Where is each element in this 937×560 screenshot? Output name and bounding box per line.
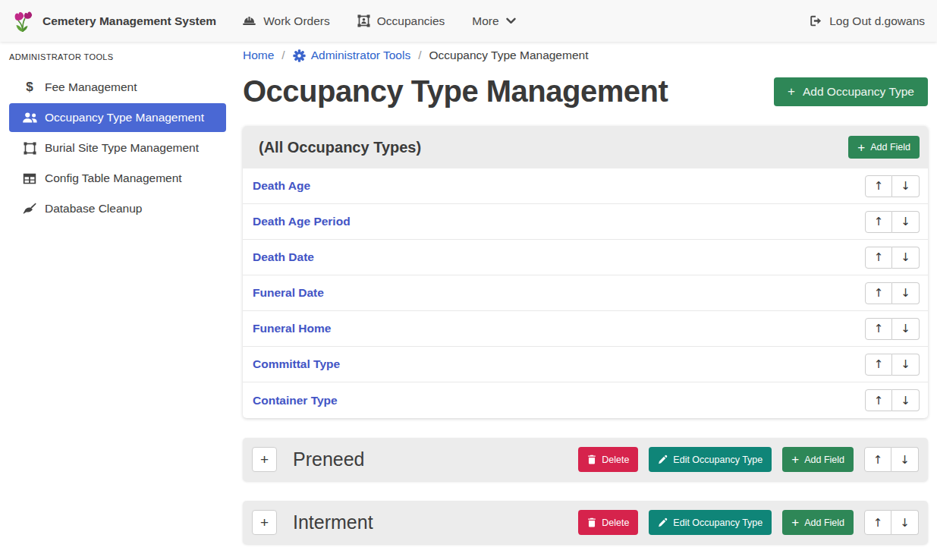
reorder-group: ↑ ↓: [865, 318, 920, 340]
delete-label: Delete: [602, 518, 629, 528]
vector-square-icon: [21, 142, 38, 155]
move-down-button[interactable]: ↓: [892, 389, 920, 411]
field-link-committal-type[interactable]: Committal Type: [253, 357, 340, 371]
reorder-group: ↑ ↓: [864, 447, 919, 472]
logout-button[interactable]: Log Out d.gowans: [810, 14, 925, 28]
field-row: Committal Type ↑ ↓: [243, 347, 928, 382]
breadcrumb-admin-tools-label: Administrator Tools: [311, 49, 411, 62]
add-field-label: Add Field: [804, 518, 844, 528]
section-actions: Delete Edit Occupancy Type + Add Field ↑: [578, 510, 919, 535]
trash-icon: [587, 455, 596, 464]
chevron-down-icon: [506, 17, 516, 24]
breadcrumb-admin-tools-link[interactable]: Administrator Tools: [293, 49, 411, 62]
reorder-group: ↑ ↓: [865, 354, 920, 376]
edit-occupancy-type-label: Edit Occupancy Type: [673, 455, 762, 465]
sidebar-item-label: Burial Site Type Management: [45, 141, 199, 155]
plus-icon: +: [791, 453, 799, 466]
all-occupancy-types-card: (All Occupancy Types) + Add Field Death …: [243, 126, 928, 418]
nav-occupancies-label: Occupancies: [377, 14, 445, 28]
field-link-death-date[interactable]: Death Date: [253, 250, 314, 264]
occupancy-type-section-preneed: + Preneed Delete: [243, 438, 928, 481]
field-link-death-age-period[interactable]: Death Age Period: [253, 215, 351, 228]
move-down-button[interactable]: ↓: [892, 211, 920, 233]
move-down-button[interactable]: ↓: [892, 282, 920, 304]
breadcrumb-separator: /: [281, 49, 285, 62]
logout-label: Log Out d.gowans: [829, 14, 925, 28]
delete-button[interactable]: Delete: [578, 447, 638, 472]
nav-occupancies[interactable]: Occupancies: [357, 14, 445, 28]
edit-occupancy-type-button[interactable]: Edit Occupancy Type: [649, 447, 772, 472]
move-down-button[interactable]: ↓: [892, 354, 920, 376]
sidebar-item-label: Fee Management: [45, 80, 137, 94]
field-link-death-age[interactable]: Death Age: [253, 179, 310, 193]
breadcrumb-current: Occupancy Type Management: [429, 49, 589, 62]
add-field-label: Add Field: [804, 455, 844, 465]
move-up-button[interactable]: ↑: [864, 510, 891, 535]
move-up-button[interactable]: ↑: [864, 447, 891, 472]
section-title: Preneed: [293, 448, 365, 470]
move-down-button[interactable]: ↓: [891, 510, 919, 535]
move-down-button[interactable]: ↓: [892, 175, 920, 197]
main-nav: Work Orders Occupancies More: [242, 14, 516, 28]
dollar-icon: $: [21, 80, 38, 95]
plus-icon: +: [788, 85, 795, 98]
sidebar-item-label: Config Table Management: [45, 171, 182, 185]
reorder-group: ↑ ↓: [865, 211, 920, 233]
edit-occupancy-type-button[interactable]: Edit Occupancy Type: [649, 510, 772, 535]
expand-button[interactable]: +: [252, 510, 277, 535]
reorder-group: ↑ ↓: [865, 389, 920, 411]
breadcrumb: Home / Administrator Tool: [243, 49, 928, 62]
users-icon: [21, 112, 38, 123]
move-up-button[interactable]: ↑: [865, 282, 892, 304]
sidebar-item-fee-management[interactable]: $ Fee Management: [9, 73, 226, 102]
breadcrumb-separator: /: [418, 49, 421, 62]
expand-button[interactable]: +: [252, 447, 277, 472]
sidebar-item-database-cleanup[interactable]: Database Cleanup: [9, 194, 226, 223]
add-occupancy-type-button[interactable]: + Add Occupancy Type: [774, 77, 928, 106]
add-field-button[interactable]: + Add Field: [848, 136, 920, 159]
add-field-label: Add Field: [870, 142, 910, 153]
sidebar: ADMINISTRATOR TOOLS $ Fee Management Occ…: [0, 42, 235, 560]
sidebar-item-occupancy-type-management[interactable]: Occupancy Type Management: [9, 103, 226, 132]
section-title: Interment: [293, 511, 373, 533]
sidebar-item-label: Occupancy Type Management: [45, 111, 204, 124]
top-navbar: Cemetery Management System Work Orders: [0, 0, 937, 42]
sidebar-item-burial-site-type-management[interactable]: Burial Site Type Management: [9, 134, 226, 162]
move-up-button[interactable]: ↑: [865, 247, 892, 269]
edit-occupancy-type-label: Edit Occupancy Type: [673, 518, 762, 528]
move-down-button[interactable]: ↓: [891, 447, 919, 472]
field-link-funeral-home[interactable]: Funeral Home: [253, 322, 331, 335]
delete-button[interactable]: Delete: [578, 510, 638, 535]
section-actions: Delete Edit Occupancy Type + Add Field ↑: [578, 447, 919, 472]
move-up-button[interactable]: ↑: [865, 175, 892, 197]
move-up-button[interactable]: ↑: [865, 318, 892, 340]
sidebar-item-config-table-management[interactable]: Config Table Management: [9, 164, 226, 193]
move-up-button[interactable]: ↑: [865, 389, 892, 411]
move-down-button[interactable]: ↓: [892, 318, 920, 340]
add-field-button[interactable]: + Add Field: [782, 447, 854, 472]
page-title: Occupancy Type Management: [243, 74, 668, 109]
field-link-container-type[interactable]: Container Type: [253, 394, 338, 407]
title-row: Occupancy Type Management + Add Occupanc…: [243, 74, 928, 109]
move-up-button[interactable]: ↑: [865, 211, 892, 233]
plus-icon: +: [857, 141, 865, 154]
sidebar-item-label: Database Cleanup: [45, 202, 142, 216]
move-up-button[interactable]: ↑: [865, 354, 892, 376]
main-content: Home / Administrator Tool: [235, 42, 937, 560]
table-icon: [21, 173, 38, 184]
move-down-button[interactable]: ↓: [892, 247, 920, 269]
reorder-group: ↑ ↓: [865, 175, 920, 197]
nav-more[interactable]: More: [472, 14, 515, 28]
pencil-icon: [658, 518, 668, 527]
field-link-funeral-date[interactable]: Funeral Date: [253, 286, 324, 300]
nav-more-label: More: [472, 14, 498, 28]
reorder-group: ↑ ↓: [864, 510, 919, 535]
field-row: Death Age Period ↑ ↓: [243, 204, 928, 240]
broom-icon: [21, 203, 38, 215]
add-field-button[interactable]: + Add Field: [782, 510, 854, 535]
gear-icon: [293, 49, 306, 62]
breadcrumb-home-link[interactable]: Home: [243, 49, 274, 62]
nav-work-orders[interactable]: Work Orders: [242, 14, 330, 28]
pencil-icon: [658, 455, 668, 464]
field-row: Death Age ↑ ↓: [243, 168, 928, 204]
